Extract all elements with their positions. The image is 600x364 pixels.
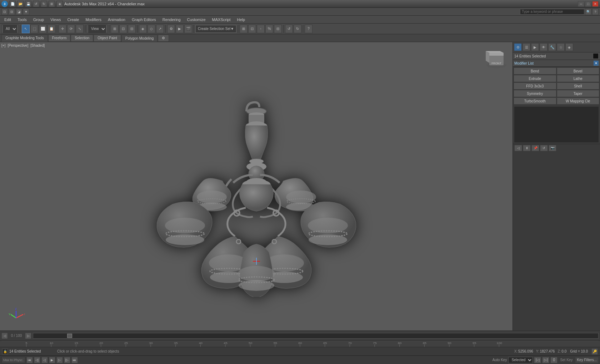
qa-btn3[interactable]: ◪: [16, 9, 22, 15]
selected-dropdown[interactable]: Selected: [508, 357, 533, 363]
scale-btn[interactable]: ⤡: [76, 25, 84, 33]
menu-edit[interactable]: Edit: [1, 16, 14, 23]
menu-animation[interactable]: Animation: [105, 16, 128, 23]
preview-pause-btn[interactable]: ⏸: [523, 145, 531, 151]
modify-panel-icon[interactable]: ⚙: [514, 43, 522, 51]
lock-panel-icon[interactable]: ◈: [565, 43, 573, 51]
spinner-snap-btn[interactable]: ⊟: [274, 25, 282, 33]
tab-object-paint[interactable]: Object Paint: [94, 35, 121, 42]
array-btn[interactable]: ⊟: [128, 25, 136, 33]
menu-help[interactable]: Help: [234, 16, 248, 23]
select-object-btn[interactable]: ↖: [22, 25, 30, 33]
select-by-name-btn[interactable]: 📋: [48, 25, 55, 33]
minimize-btn[interactable]: ─: [578, 1, 584, 7]
btn1[interactable]: ⊞: [49, 1, 55, 7]
key-icon[interactable]: 🔑: [591, 348, 598, 355]
open-btn[interactable]: 📂: [17, 1, 24, 7]
lock-icon[interactable]: 🔒: [2, 349, 8, 354]
anim-play-btn[interactable]: ▶: [49, 357, 55, 363]
reference-coord-dropdown[interactable]: View: [87, 25, 108, 33]
mod-extrude[interactable]: Extrude: [514, 75, 556, 82]
preview-camera-btn[interactable]: 📷: [549, 145, 556, 151]
mod-bend[interactable]: Bend: [514, 67, 556, 75]
timeline-prev-btn[interactable]: ◁: [1, 333, 8, 339]
mod-bevel[interactable]: Bevel: [557, 67, 600, 75]
mod-lathe[interactable]: Lathe: [557, 75, 600, 82]
menu-group[interactable]: Group: [30, 16, 47, 23]
motion-panel-icon[interactable]: ▶: [531, 43, 539, 51]
rotate-btn[interactable]: ⟳: [67, 25, 75, 33]
search-input[interactable]: [520, 9, 584, 15]
redo-scene-btn[interactable]: ↻: [294, 25, 301, 33]
tab-selection[interactable]: Selection: [71, 35, 93, 42]
qa-btn4[interactable]: ▼: [23, 9, 29, 15]
preview-pin-btn[interactable]: 📌: [531, 145, 539, 151]
preview-back-btn[interactable]: ◁: [514, 145, 522, 151]
close-btn[interactable]: ✕: [592, 1, 599, 7]
mod-shell[interactable]: Shell: [557, 82, 600, 90]
hierarchy-panel-icon[interactable]: ☰: [522, 43, 530, 51]
help-btn[interactable]: ?: [592, 9, 599, 15]
snap-toggle-btn[interactable]: ⊡: [248, 25, 256, 33]
undo-btn[interactable]: ↺: [33, 1, 39, 7]
mod-wmapping[interactable]: W Mapping Cle: [557, 97, 600, 105]
mod-ffd[interactable]: FFD 3x3x3: [514, 82, 556, 90]
quickrender-btn[interactable]: 🎬: [184, 25, 192, 33]
render-setup-btn[interactable]: ⚙: [167, 25, 175, 33]
search-btn[interactable]: 🔍: [585, 9, 591, 15]
color-swatch[interactable]: [593, 53, 599, 59]
mod-turbosmooth[interactable]: TurboSmooth: [514, 97, 556, 105]
undo-scene-btn[interactable]: ↺: [285, 25, 293, 33]
anim-btn7[interactable]: ⏭: [71, 357, 78, 363]
mod-taper[interactable]: Taper: [557, 90, 600, 97]
mod-symmetry[interactable]: Symmetry: [514, 90, 556, 97]
help-icon-btn[interactable]: ?: [305, 25, 312, 33]
utility-panel-icon[interactable]: 🔧: [548, 43, 556, 51]
anim-btn2[interactable]: ◁|: [34, 357, 40, 363]
angle-snap-btn[interactable]: ◦: [257, 25, 265, 33]
align-btn[interactable]: ⊞: [111, 25, 119, 33]
window-crossing-btn[interactable]: ⬜: [39, 25, 47, 33]
timeline-slider[interactable]: [33, 333, 599, 339]
max-physx-btn[interactable]: Max to Physc.: [1, 357, 25, 363]
select-region-btn[interactable]: ⬚: [30, 25, 38, 33]
select-filter-dropdown[interactable]: All: [1, 25, 19, 33]
qa-btn1[interactable]: ⊡: [1, 9, 8, 15]
tab-graphite-tools[interactable]: Graphite Modeling Tools: [1, 35, 48, 42]
menu-create[interactable]: Create: [64, 16, 82, 23]
timeline-thumb[interactable]: [67, 334, 72, 338]
anim-btn6[interactable]: |▷: [64, 357, 70, 363]
curve-editor-btn[interactable]: ↗: [156, 25, 164, 33]
menu-rendering[interactable]: Rendering: [160, 16, 184, 23]
qa-btn2[interactable]: ⊟: [9, 9, 15, 15]
tab-freeform[interactable]: Freeform: [48, 35, 71, 42]
layer-btn[interactable]: ◈: [139, 25, 147, 33]
material-btn[interactable]: ◇: [148, 25, 155, 33]
viewport[interactable]: [+] [Perspective] [Shaded] FRONT: [0, 42, 512, 330]
anim-btn3[interactable]: ◁: [41, 357, 48, 363]
render-btn[interactable]: ▶: [176, 25, 184, 33]
filter-select[interactable]: All: [3, 25, 17, 33]
anim-btn5[interactable]: ▷: [56, 357, 63, 363]
tab-extra[interactable]: ⚙: [158, 35, 169, 42]
key-filters-btn[interactable]: Key Filters...: [575, 357, 599, 363]
prev-frame-btn[interactable]: |◁: [534, 357, 541, 363]
menu-grapheditors[interactable]: Graph Editors: [129, 16, 159, 23]
anim-btn1[interactable]: ⏮: [26, 357, 33, 363]
timeline-next-btn[interactable]: ▷: [25, 333, 31, 339]
modifier-list-label[interactable]: Modifier List: [514, 61, 594, 65]
percent-snap-btn[interactable]: %: [265, 25, 273, 33]
move-btn[interactable]: ✛: [59, 25, 66, 33]
save-btn[interactable]: 💾: [25, 1, 31, 7]
menu-tools[interactable]: Tools: [15, 16, 30, 23]
redo-btn[interactable]: ↻: [41, 1, 47, 7]
menu-customize[interactable]: Customize: [184, 16, 209, 23]
menu-modifiers[interactable]: Modifiers: [82, 16, 104, 23]
display-panel-icon[interactable]: 👁: [540, 43, 548, 51]
btn2[interactable]: ◈: [56, 1, 63, 7]
mirror-btn[interactable]: ⊡: [119, 25, 127, 33]
preview-refresh-btn[interactable]: ↺: [540, 145, 548, 151]
maximize-btn[interactable]: □: [585, 1, 591, 7]
new-btn[interactable]: 📄: [9, 1, 16, 7]
coord-select[interactable]: View: [88, 25, 106, 33]
